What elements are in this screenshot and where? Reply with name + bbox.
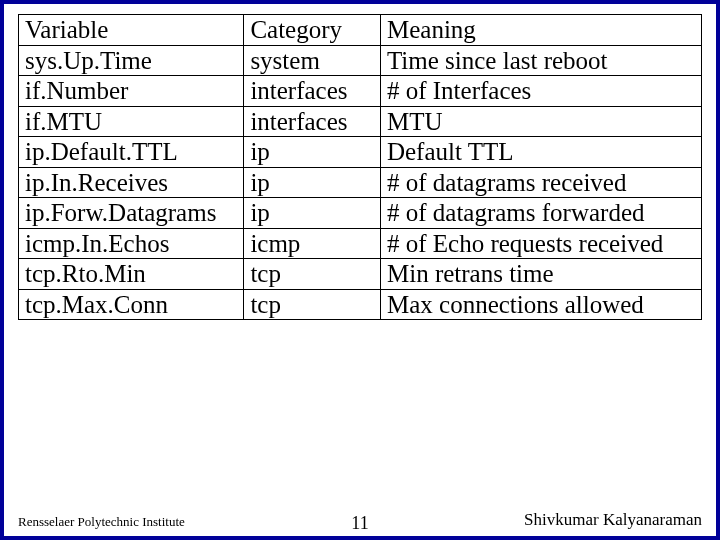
- cell-variable: ip.Forw.Datagrams: [19, 198, 244, 229]
- cell-category: icmp: [244, 228, 381, 259]
- cell-category: interfaces: [244, 76, 381, 107]
- cell-meaning: MTU: [380, 106, 701, 137]
- cell-meaning: Time since last reboot: [380, 45, 701, 76]
- header-variable: Variable: [19, 15, 244, 46]
- cell-category: ip: [244, 198, 381, 229]
- cell-category: system: [244, 45, 381, 76]
- cell-variable: if.Number: [19, 76, 244, 107]
- cell-category: tcp: [244, 259, 381, 290]
- mib-table: Variable Category Meaning sys.Up.Time sy…: [18, 14, 702, 320]
- cell-meaning: # of Interfaces: [380, 76, 701, 107]
- header-category: Category: [244, 15, 381, 46]
- table-header-row: Variable Category Meaning: [19, 15, 702, 46]
- cell-category: interfaces: [244, 106, 381, 137]
- cell-variable: ip.Default.TTL: [19, 137, 244, 168]
- table-row: sys.Up.Time system Time since last reboo…: [19, 45, 702, 76]
- header-meaning: Meaning: [380, 15, 701, 46]
- cell-meaning: Min retrans time: [380, 259, 701, 290]
- cell-category: tcp: [244, 289, 381, 320]
- cell-category: ip: [244, 167, 381, 198]
- table-row: ip.Forw.Datagrams ip # of datagrams forw…: [19, 198, 702, 229]
- table-row: ip.Default.TTL ip Default TTL: [19, 137, 702, 168]
- cell-meaning: Max connections allowed: [380, 289, 701, 320]
- cell-meaning: # of datagrams received: [380, 167, 701, 198]
- cell-variable: tcp.Max.Conn: [19, 289, 244, 320]
- cell-meaning: Default TTL: [380, 137, 701, 168]
- cell-meaning: # of Echo requests received: [380, 228, 701, 259]
- table-row: if.Number interfaces # of Interfaces: [19, 76, 702, 107]
- cell-variable: sys.Up.Time: [19, 45, 244, 76]
- table-row: ip.In.Receives ip # of datagrams receive…: [19, 167, 702, 198]
- cell-variable: tcp.Rto.Min: [19, 259, 244, 290]
- cell-variable: ip.In.Receives: [19, 167, 244, 198]
- table-row: icmp.In.Echos icmp # of Echo requests re…: [19, 228, 702, 259]
- table-row: tcp.Max.Conn tcp Max connections allowed: [19, 289, 702, 320]
- cell-meaning: # of datagrams forwarded: [380, 198, 701, 229]
- cell-variable: if.MTU: [19, 106, 244, 137]
- page-number: 11: [4, 513, 716, 534]
- table-row: tcp.Rto.Min tcp Min retrans time: [19, 259, 702, 290]
- table-row: if.MTU interfaces MTU: [19, 106, 702, 137]
- cell-category: ip: [244, 137, 381, 168]
- cell-variable: icmp.In.Echos: [19, 228, 244, 259]
